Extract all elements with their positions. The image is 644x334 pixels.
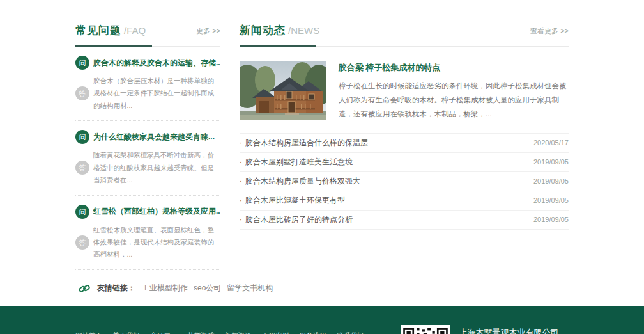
faq-answer-text: 红雪松木质文理笔直、表面显棕红色，整体效果较佳，是现代木结构及家庭装饰的高档材料…: [93, 224, 220, 261]
footer-nav-item[interactable]: 新闻资讯: [225, 331, 252, 334]
footer-contact-info: 上海木墅景观木业有限公司 服务热线：13916808947 地址：上海陆翔路11…: [459, 325, 569, 334]
friendly-links-label: 友情链接：: [97, 283, 135, 294]
main-content: 常见问题/FAQ 更多 >> 问 胶合木的解释及胶合木的运输、存储... 答 胶…: [0, 0, 644, 297]
footer-nav-item[interactable]: 荣誉资质: [187, 331, 214, 334]
news-item-title[interactable]: 胶合木屋比砖房子好的特点分析: [240, 214, 353, 225]
faq-item[interactable]: 问 胶合木的解释及胶合木的运输、存储... 答 胶合木（胶合层压木材）是一种将单…: [75, 47, 220, 121]
news-title-underline: [240, 45, 316, 47]
footer: 网站首页 关于我们 产品展示 荣誉资质 新闻资讯 工程案例 服务流程 联系我们: [0, 306, 644, 334]
news-list-item[interactable]: 胶合木屋别墅打造唯美生活意境 2019/09/05: [240, 153, 569, 172]
faq-answer-row: 答 红雪松木质文理笔直、表面显棕红色，整体效果较佳，是现代木结构及家庭装饰的高档…: [75, 224, 220, 261]
news-header: 新闻动态/NEWS 查看更多 >>: [240, 23, 569, 47]
chain-link-icon: [78, 282, 91, 295]
news-section: 新闻动态/NEWS 查看更多 >>: [240, 23, 569, 270]
footer-nav-item[interactable]: 工程案例: [262, 331, 289, 334]
faq-answer-text: 随着黄花梨和紫檀家具不断冲击新高，价格适中的红酸枝家具越来越受青睐。但是当消费者…: [93, 149, 220, 186]
friendly-link[interactable]: 工业模型制作: [142, 283, 188, 294]
news-item-title[interactable]: 胶合木结构房屋适合什么样的保温层: [240, 138, 368, 148]
news-featured-title[interactable]: 胶合梁 樟子松集成材的特点: [339, 62, 569, 74]
faq-section: 常见问题/FAQ 更多 >> 问 胶合木的解释及胶合木的运输、存储... 答 胶…: [75, 23, 220, 270]
news-item-date: 2019/09/05: [533, 196, 569, 204]
faq-answer-row: 答 随着黄花梨和紫檀家具不断冲击新高，价格适中的红酸枝家具越来越受青睐。但是当消…: [75, 149, 220, 186]
friendly-links-bar: 友情链接： 工业模型制作 seo公司 留学文书机构: [75, 280, 569, 297]
faq-answer-row: 答 胶合木（胶合层压木材）是一种将单独的规格材在一定条件下胶结在一起制作而成的结…: [75, 75, 220, 112]
footer-nav-item[interactable]: 服务流程: [300, 331, 326, 334]
footer-nav-item[interactable]: 网站首页: [75, 331, 102, 334]
faq-question-row[interactable]: 问 为什么红酸枝家具会越来越受青睐...: [75, 130, 220, 144]
news-item-date: 2019/09/05: [533, 177, 569, 185]
faq-title: 常见问题: [75, 24, 121, 36]
news-item-date: 2019/09/05: [533, 158, 569, 166]
news-item-title[interactable]: 胶合木屋比混凝土环保更有型: [240, 195, 345, 206]
wooden-house-illustration: [240, 61, 326, 120]
faq-question-title[interactable]: 为什么红酸枝家具会越来越受青睐...: [93, 132, 215, 143]
news-featured-image[interactable]: [240, 61, 326, 120]
faq-item[interactable]: 问 红雪松（西部红柏）规格等级及应用... 答 红雪松木质文理笔直、表面显棕红色…: [75, 196, 220, 270]
footer-nav-item[interactable]: 产品展示: [150, 331, 177, 334]
faq-question-row[interactable]: 问 红雪松（西部红柏）规格等级及应用...: [75, 205, 220, 219]
page: 常见问题/FAQ 更多 >> 问 胶合木的解释及胶合木的运输、存储... 答 胶…: [0, 0, 644, 334]
answer-badge-icon: 答: [75, 161, 89, 175]
question-badge-icon: 问: [75, 56, 89, 70]
faq-header: 常见问题/FAQ 更多 >>: [75, 23, 220, 47]
news-item-date: 2019/09/05: [533, 216, 569, 223]
qr-code: M S: [401, 325, 450, 334]
faq-question-row[interactable]: 问 胶合木的解释及胶合木的运输、存储...: [75, 56, 220, 70]
news-subtitle: /NEWS: [288, 25, 319, 36]
news-featured-body: 胶合梁 樟子松集成材的特点 樟子松在生长的时候能适应恶劣的条件环境，因此樟子松集…: [339, 61, 569, 122]
question-badge-icon: 问: [75, 205, 89, 219]
news-featured-excerpt: 樟子松在生长的时候能适应恶劣的条件环境，因此樟子松集成材也会被人们称为有生命会呼…: [339, 79, 569, 122]
answer-badge-icon: 答: [75, 86, 89, 100]
faq-answer-text: 胶合木（胶合层压木材）是一种将单独的规格材在一定条件下胶结在一起制作而成的结构用…: [93, 75, 220, 112]
footer-nav: 网站首页 关于我们 产品展示 荣誉资质 新闻资讯 工程案例 服务流程 联系我们: [75, 325, 374, 334]
friendly-link[interactable]: seo公司: [194, 283, 221, 294]
question-badge-icon: 问: [75, 130, 89, 144]
news-list-item[interactable]: 胶合木结构房屋适合什么样的保温层 2020/05/17: [240, 134, 569, 153]
friendly-link[interactable]: 留学文书机构: [227, 283, 273, 294]
qr-code-image: M S: [401, 325, 450, 334]
faq-item[interactable]: 问 为什么红酸枝家具会越来越受青睐... 答 随着黄花梨和紫檀家具不断冲击新高，…: [75, 121, 220, 195]
news-list-item[interactable]: 胶合木结构房屋质量与价格双强大 2019/09/05: [240, 172, 569, 191]
footer-left: 网站首页 关于我们 产品展示 荣誉资质 新闻资讯 工程案例 服务流程 联系我们: [75, 325, 401, 334]
faq-subtitle: /FAQ: [124, 25, 146, 36]
footer-nav-item[interactable]: 关于我们: [112, 331, 139, 334]
news-list-item[interactable]: 胶合木屋比砖房子好的特点分析 2019/09/05: [240, 211, 569, 230]
faq-more-link[interactable]: 更多 >>: [196, 26, 220, 36]
footer-nav-item[interactable]: 联系我们: [337, 331, 364, 334]
news-more-link[interactable]: 查看更多 >>: [530, 26, 569, 36]
answer-badge-icon: 答: [75, 235, 89, 250]
faq-title-underline: [75, 45, 152, 47]
news-title: 新闻动态: [240, 24, 286, 36]
footer-right: M S 上海木墅景观木业有限公司 服务热线：13916808947 地址：上海陆…: [401, 325, 569, 334]
news-list-item[interactable]: 胶合木屋比混凝土环保更有型 2019/09/05: [240, 191, 569, 211]
news-item-title[interactable]: 胶合木结构房屋质量与价格双强大: [240, 176, 360, 187]
news-item-title[interactable]: 胶合木屋别墅打造唯美生活意境: [240, 157, 353, 168]
faq-question-title[interactable]: 红雪松（西部红柏）规格等级及应用...: [93, 206, 220, 217]
faq-question-title[interactable]: 胶合木的解释及胶合木的运输、存储...: [93, 58, 220, 68]
news-item-date: 2020/05/17: [533, 139, 569, 147]
company-name: 上海木墅景观木业有限公司: [459, 325, 569, 334]
news-featured-item[interactable]: 胶合梁 樟子松集成材的特点 樟子松在生长的时候能适应恶劣的条件环境，因此樟子松集…: [240, 47, 569, 134]
